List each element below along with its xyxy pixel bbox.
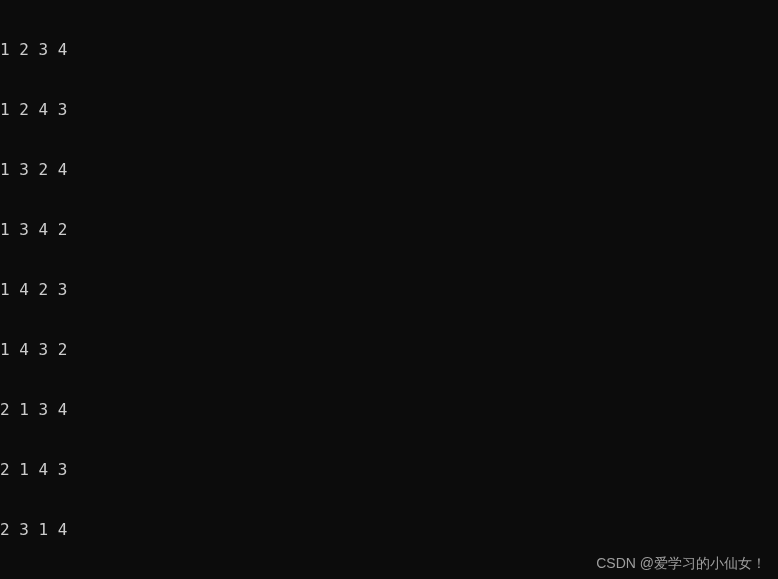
output-line: 1 4 2 3 (0, 280, 778, 300)
output-line: 1 2 3 4 (0, 40, 778, 60)
output-line: 2 1 3 4 (0, 400, 778, 420)
output-line: 1 3 2 4 (0, 160, 778, 180)
console-output: 1 2 3 4 1 2 4 3 1 3 2 4 1 3 4 2 1 4 2 3 … (0, 0, 778, 579)
output-line: 1 2 4 3 (0, 100, 778, 120)
output-line: 2 3 1 4 (0, 520, 778, 540)
output-line: 1 4 3 2 (0, 340, 778, 360)
output-line: 2 1 4 3 (0, 460, 778, 480)
watermark-text: CSDN @爱学习的小仙女！ (596, 555, 766, 573)
output-line: 1 3 4 2 (0, 220, 778, 240)
